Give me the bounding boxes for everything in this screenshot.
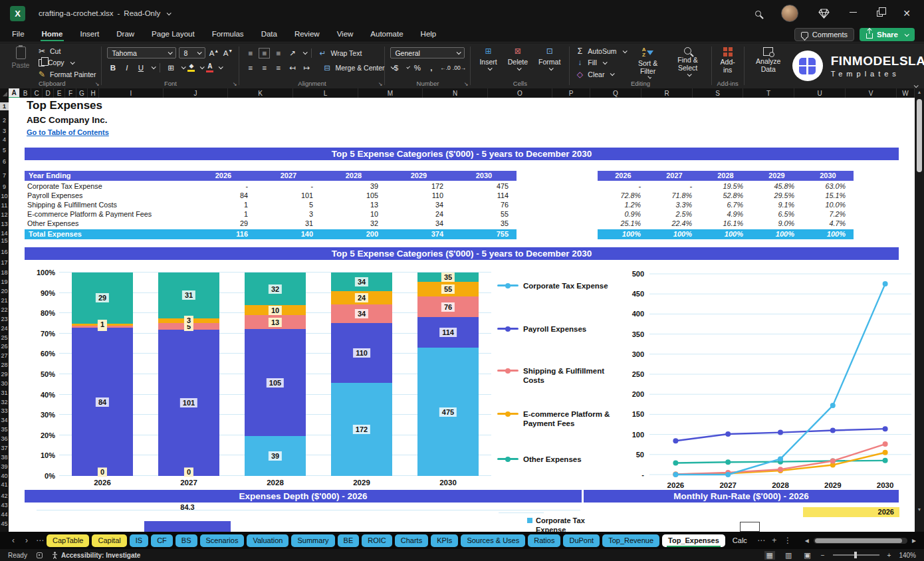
decrease-font-size-button[interactable]: A▼: [222, 48, 233, 58]
value-cell[interactable]: 29.5%: [751, 191, 802, 201]
value-cell[interactable]: 15.1%: [802, 191, 854, 201]
row-header-38[interactable]: 38: [0, 453, 9, 461]
table-header-cell[interactable]: 2029: [386, 171, 451, 181]
value-cell[interactable]: 31: [256, 219, 321, 229]
copy-button[interactable]: Copy: [37, 58, 96, 67]
row-header-28[interactable]: 28: [0, 361, 9, 369]
value-cell[interactable]: 34: [386, 201, 451, 210]
sheet-tab-sources-uses[interactable]: Sources & Uses: [461, 534, 525, 547]
row-header-32[interactable]: 32: [0, 398, 9, 406]
align-left-button[interactable]: ≡: [245, 62, 256, 73]
row-header-15[interactable]: 15: [0, 237, 9, 245]
menu-automate[interactable]: Automate: [370, 30, 403, 39]
row-header-23[interactable]: 23: [0, 315, 9, 323]
clear-button[interactable]: ◇Clear: [575, 70, 626, 79]
align-bottom-button[interactable]: ≡: [273, 48, 284, 58]
row-header-20[interactable]: 20: [0, 287, 9, 295]
wrap-text-button[interactable]: Wrap Text: [330, 48, 362, 58]
restore-button[interactable]: [877, 11, 883, 17]
menu-review[interactable]: Review: [294, 30, 320, 39]
row-header-44[interactable]: 44: [0, 510, 9, 518]
row-header-30[interactable]: 30: [0, 380, 9, 388]
row-header-45[interactable]: 45: [0, 520, 9, 528]
value-cell[interactable]: 6.5%: [751, 210, 802, 219]
value-cell[interactable]: 4.9%: [700, 210, 751, 219]
sheet-tab-charts[interactable]: Charts: [395, 534, 428, 547]
value-cell[interactable]: 71.8%: [649, 191, 700, 201]
value-cell[interactable]: 55: [451, 210, 517, 219]
row-header-12[interactable]: 12: [0, 211, 9, 219]
column-header-W[interactable]: W: [897, 88, 915, 98]
font-color-chevron-icon[interactable]: [219, 64, 223, 69]
increase-indent-button[interactable]: ↦: [300, 62, 312, 73]
value-cell[interactable]: 45.8%: [751, 182, 802, 191]
spreadsheet-grid[interactable]: 1234567910111213141516171819202122232425…: [0, 98, 915, 532]
row-header-16[interactable]: 16: [0, 248, 9, 256]
value-cell[interactable]: 5: [256, 201, 321, 210]
fill-button[interactable]: ↓Fill: [575, 58, 626, 67]
italic-button[interactable]: I: [121, 62, 132, 73]
sheet-tab-top-expenses[interactable]: Top_Expenses: [662, 534, 725, 547]
value-cell[interactable]: 19.5%: [700, 182, 751, 191]
row-header-37[interactable]: 37: [0, 444, 9, 452]
column-header-A[interactable]: A: [9, 88, 20, 98]
column-header-J[interactable]: J: [164, 88, 228, 98]
column-header-O[interactable]: O: [488, 88, 552, 98]
value-cell[interactable]: -: [649, 182, 700, 191]
total-label-cell[interactable]: Total Expenses: [25, 229, 191, 239]
font-size-select[interactable]: 8: [179, 47, 205, 58]
bold-button[interactable]: B: [107, 62, 118, 73]
account-avatar[interactable]: [781, 5, 798, 22]
table-header-cell[interactable]: 2027: [649, 171, 700, 181]
total-value-cell[interactable]: 140: [256, 229, 321, 239]
table-header-cell[interactable]: 2029: [751, 171, 802, 181]
menu-help[interactable]: Help: [421, 30, 437, 39]
comments-button[interactable]: Comments: [794, 28, 854, 41]
row-header-29[interactable]: 29: [0, 370, 9, 378]
value-cell[interactable]: 110: [386, 191, 451, 201]
value-cell[interactable]: 13: [321, 201, 386, 210]
legend-item[interactable]: Corporate Tax Expense: [497, 281, 620, 290]
row-header-7[interactable]: 7: [0, 171, 9, 179]
increase-decimal-button[interactable]: ←.0: [439, 62, 451, 73]
zoom-slider-thumb[interactable]: [854, 552, 857, 558]
title-chevron-down-icon[interactable]: [167, 11, 172, 15]
sheet-tab-captable[interactable]: CapTable: [47, 534, 89, 547]
accessibility-status[interactable]: Accessibility: Investigate: [52, 552, 141, 559]
row-header-17[interactable]: 17: [0, 259, 9, 267]
menu-file[interactable]: File: [12, 30, 25, 39]
sheet-tab-scenarios[interactable]: Scenarios: [200, 534, 245, 547]
column-header-T[interactable]: T: [743, 88, 794, 98]
fill-color-button[interactable]: ◆: [187, 63, 195, 72]
row-header-36[interactable]: 36: [0, 435, 9, 443]
menu-formulas[interactable]: Formulas: [212, 30, 244, 39]
column-header-F[interactable]: F: [65, 88, 76, 98]
delete-cells-button[interactable]: ⊠Delete: [505, 47, 531, 79]
page-break-view-button[interactable]: ▣: [802, 551, 812, 560]
menu-page-layout[interactable]: Page Layout: [152, 30, 195, 39]
table-header-cell[interactable]: 2026: [191, 171, 256, 181]
row-header-26[interactable]: 26: [0, 342, 9, 350]
value-cell[interactable]: 105: [321, 191, 386, 201]
sheet-tab-calc[interactable]: Calc: [728, 534, 752, 547]
horizontal-scrollbar[interactable]: [814, 538, 907, 544]
currency-format-button[interactable]: $: [390, 62, 402, 73]
clipboard-dialog-launcher-icon[interactable]: ↘: [95, 81, 100, 87]
row-header-19[interactable]: 19: [0, 278, 9, 286]
value-cell[interactable]: 39: [321, 182, 386, 191]
row-label-cell[interactable]: E-commerce Platform & Payment Fees: [25, 210, 191, 219]
table-header-cell[interactable]: 2030: [451, 171, 517, 181]
value-cell[interactable]: -: [191, 182, 256, 191]
sheet-tab-is[interactable]: IS: [130, 534, 148, 547]
row-label-cell[interactable]: Shipping & Fulfillment Costs: [25, 201, 191, 210]
value-cell[interactable]: 1.2%: [598, 201, 649, 210]
row-header-4[interactable]: 4: [0, 136, 9, 144]
tab-list-more-icon[interactable]: ⋯: [33, 536, 47, 545]
page-layout-view-button[interactable]: ▥: [783, 551, 794, 560]
column-header-L[interactable]: L: [293, 88, 358, 98]
row-label-cell[interactable]: Payroll Expenses: [25, 191, 191, 201]
table-header-cell[interactable]: 2026: [598, 171, 649, 181]
row-header-2[interactable]: 2: [0, 116, 9, 124]
legend-item[interactable]: Other Expenses: [497, 455, 620, 464]
value-cell[interactable]: -: [598, 182, 649, 191]
